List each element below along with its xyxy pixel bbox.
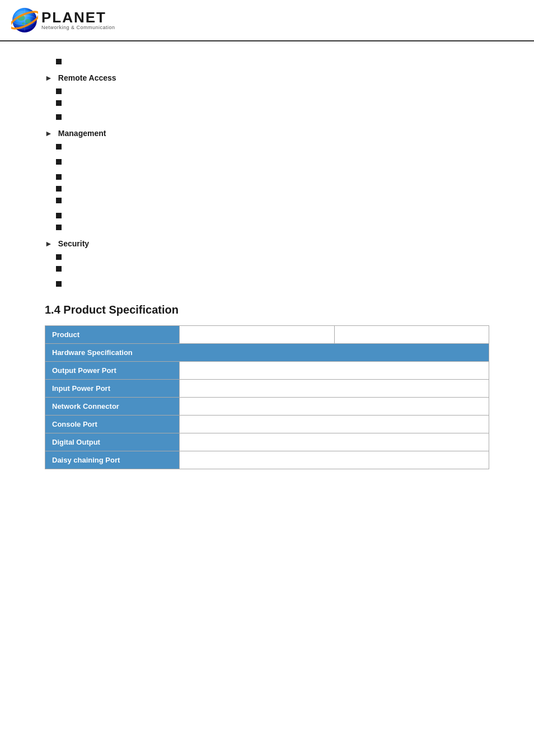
management-bullet-6 <box>45 211 489 218</box>
bullet-square-icon <box>56 100 62 106</box>
bullet-square-icon <box>56 186 62 192</box>
management-header: ► Management <box>45 129 489 138</box>
remote-access-title: Remote Access <box>58 73 116 82</box>
bullet-square-icon <box>56 198 62 203</box>
remote-access-bullet-2 <box>45 99 489 106</box>
output-power-value <box>180 362 489 380</box>
daisy-chaining-label: Daisy chaining Port <box>45 451 180 469</box>
digital-output-label: Digital Output <box>45 433 180 451</box>
table-row-network-connector: Network Connector <box>45 398 489 416</box>
table-row-digital-output: Digital Output <box>45 433 489 451</box>
logo-text: PLANET Networking & Communication <box>41 10 115 30</box>
network-connector-label: Network Connector <box>45 398 180 416</box>
bullet-square-icon <box>56 266 62 272</box>
management-section: ► Management <box>45 129 489 230</box>
bullet-square-icon <box>56 88 62 94</box>
remote-access-header: ► Remote Access <box>45 73 489 82</box>
spec-table: Product Hardware Specification Output Po… <box>45 325 489 469</box>
security-bullet-2 <box>45 264 489 272</box>
chevron-right-icon: ► <box>45 129 53 138</box>
page-container: PLANET Networking & Communication ► Remo… <box>0 0 534 756</box>
spec-section: 1.4 Product Specification Product Hardwa… <box>45 304 489 469</box>
bullet-square-icon <box>56 59 62 64</box>
security-title: Security <box>58 239 89 248</box>
bullet-square-icon <box>56 254 62 260</box>
remote-access-bullet-3 <box>45 113 489 120</box>
security-bullet-3 <box>45 279 489 287</box>
console-port-label: Console Port <box>45 416 180 433</box>
bullet-square-icon <box>56 159 62 165</box>
table-row-console-port: Console Port <box>45 416 489 433</box>
security-header: ► Security <box>45 239 489 248</box>
bullet-square-icon <box>56 174 62 180</box>
top-bullet-item <box>45 57 489 64</box>
chevron-right-icon: ► <box>45 73 53 82</box>
daisy-chaining-value <box>180 451 489 469</box>
table-row-hw-spec: Hardware Specification <box>45 344 489 362</box>
product-col2 <box>180 326 335 344</box>
table-row-daisy-chaining: Daisy chaining Port <box>45 451 489 469</box>
security-bullet-1 <box>45 253 489 260</box>
security-section: ► Security <box>45 239 489 287</box>
console-port-value <box>180 416 489 433</box>
network-connector-value <box>180 398 489 416</box>
bullet-square-icon <box>56 114 62 120</box>
management-bullet-2 <box>45 157 489 165</box>
planet-logo-icon <box>11 7 38 34</box>
management-title: Management <box>58 129 106 138</box>
management-bullet-4 <box>45 184 489 192</box>
table-row-product: Product <box>45 326 489 344</box>
product-col3 <box>334 326 489 344</box>
management-bullet-7 <box>45 223 489 230</box>
page-header: PLANET Networking & Communication <box>0 0 534 41</box>
input-power-value <box>180 380 489 398</box>
bullet-square-icon <box>56 213 62 218</box>
input-power-label: Input Power Port <box>45 380 180 398</box>
management-bullet-5 <box>45 196 489 203</box>
product-label: Product <box>45 326 180 344</box>
company-name: PLANET <box>41 10 115 25</box>
bullet-square-icon <box>56 225 62 230</box>
spec-heading: 1.4 Product Specification <box>45 304 489 316</box>
table-row-input-power: Input Power Port <box>45 380 489 398</box>
main-content: ► Remote Access ► Management <box>0 47 534 480</box>
hw-spec-label: Hardware Specification <box>45 344 489 362</box>
remote-access-bullet-1 <box>45 87 489 94</box>
management-bullet-1 <box>45 142 489 150</box>
chevron-right-icon: ► <box>45 239 53 248</box>
bullet-square-icon <box>56 281 62 287</box>
bullet-square-icon <box>56 144 62 150</box>
output-power-label: Output Power Port <box>45 362 180 380</box>
remote-access-section: ► Remote Access <box>45 73 489 120</box>
logo-area: PLANET Networking & Communication <box>11 7 115 34</box>
top-bullet-section <box>45 57 489 64</box>
company-tagline: Networking & Communication <box>41 25 115 30</box>
management-bullet-3 <box>45 172 489 180</box>
table-row-output-power: Output Power Port <box>45 362 489 380</box>
digital-output-value <box>180 433 489 451</box>
